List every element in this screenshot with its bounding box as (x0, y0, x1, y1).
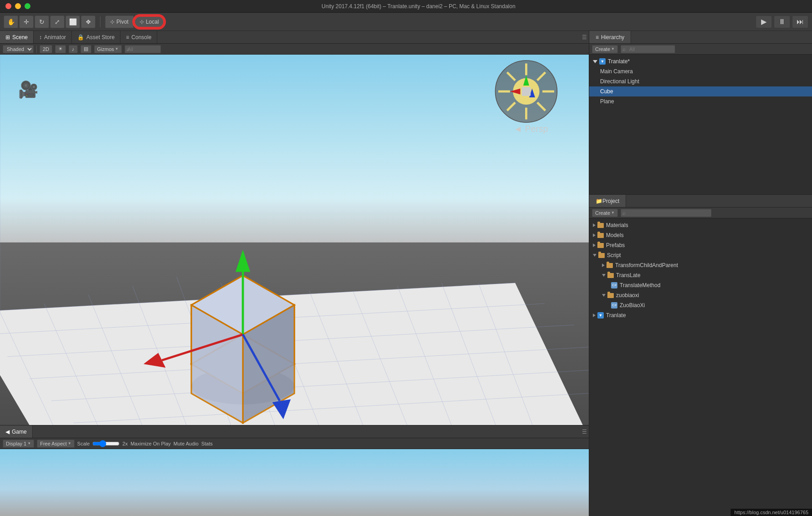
fx-button[interactable]: ▤ (80, 45, 91, 53)
rotate-tool[interactable]: ↻ (35, 15, 49, 28)
step-icon: ⏭ (797, 18, 804, 26)
transform-tools: ✋ ✛ ↻ ⤢ ⬜ ❖ (4, 15, 95, 28)
project-create-button[interactable]: Create ▼ (592, 209, 618, 217)
tab-game[interactable]: ◀ Game (0, 425, 33, 438)
minimize-button[interactable] (15, 3, 21, 9)
project-item[interactable]: Script (589, 250, 812, 260)
titlebar: Unity 2017.4.12f1 (64bit) – Tranlate.uni… (0, 0, 812, 13)
hierarchy-tab[interactable]: ≡ Hierarchy (589, 31, 631, 43)
hierarchy-item[interactable]: Plane (589, 96, 812, 106)
shading-dropdown[interactable]: Shaded (3, 45, 34, 53)
local-button[interactable]: ⊹ Local (134, 15, 165, 28)
folder-expand-icon[interactable] (602, 263, 605, 267)
scale-tool[interactable]: ⤢ (50, 15, 65, 28)
hierarchy-item-selected[interactable]: Cube (589, 86, 812, 96)
scene-tab-label: Scene (12, 34, 28, 40)
pivot-button[interactable]: ⊹ Pivot (105, 15, 134, 28)
2d-label: 2D (43, 46, 49, 52)
project-icon: 📁 (596, 198, 602, 204)
folder-expand-icon[interactable] (602, 294, 606, 297)
project-item-label: ZuoBiaoXi (620, 302, 645, 309)
folder-expand-icon[interactable] (602, 274, 606, 277)
script-icon: C# (611, 302, 617, 309)
project-item[interactable]: C# TranslateMethod (589, 280, 812, 290)
pivot-local-group: ⊹ Pivot ⊹ Local (105, 15, 165, 28)
project-item[interactable]: Materials (589, 220, 812, 230)
folder-expand-icon[interactable] (593, 243, 596, 247)
project-item-label: TransLate (616, 272, 641, 278)
pivot-label: Pivot (116, 19, 129, 25)
scale-label: Scale (77, 441, 90, 446)
tab-scene[interactable]: ⊞ Scene (0, 31, 34, 43)
move-tool[interactable]: ✛ (19, 15, 34, 28)
aspect-dropdown[interactable]: Free Aspect ▼ (37, 440, 75, 448)
folder-icon (597, 243, 604, 248)
scale-slider[interactable] (92, 440, 120, 447)
game-tab-label: Game (12, 429, 27, 435)
folder-expand-icon[interactable] (593, 223, 596, 227)
game-panel: ◀ Game ☰ Display 1 ▼ Free Aspect ▼ Scale… (0, 425, 589, 516)
tab-animator[interactable]: ↕ Animator (34, 31, 72, 43)
hierarchy-toolbar: Create ▼ (589, 44, 812, 55)
project-item-translate[interactable]: TransLate (589, 270, 812, 280)
project-create-arrow: ▼ (611, 211, 615, 215)
rect-tool[interactable]: ⬜ (65, 15, 80, 28)
project-item-label: Materials (606, 222, 628, 228)
scene-search-wrapper (125, 45, 161, 53)
svg-rect-49 (522, 87, 531, 96)
2d-button[interactable]: 2D (40, 45, 52, 53)
hierarchy-item-label: Plane (600, 98, 614, 105)
gizmos-button[interactable]: Gizmos ▼ (94, 45, 122, 53)
maximize-button[interactable] (25, 3, 30, 9)
project-item-label: Models (606, 232, 624, 238)
project-item[interactable]: TransformChildAndParent (589, 260, 812, 270)
close-button[interactable] (5, 3, 11, 9)
asset-store-tab-icon: 🔒 (77, 34, 84, 40)
svg-text:◄ Persp: ◄ Persp (514, 124, 548, 134)
folder-expand-icon[interactable] (593, 254, 596, 257)
tab-console[interactable]: ≡ Console (120, 31, 157, 43)
tab-menu-button[interactable]: ☰ (582, 34, 587, 40)
hand-tool[interactable]: ✋ (4, 15, 18, 28)
light-button[interactable]: ☀ (55, 45, 66, 53)
combined-tool[interactable]: ❖ (81, 15, 95, 28)
folder-expand-icon[interactable] (593, 233, 596, 237)
asset-store-tab-label: Asset Store (86, 34, 115, 40)
gizmos-arrow: ▼ (115, 47, 119, 51)
step-button[interactable]: ⏭ (792, 15, 808, 28)
project-search-input[interactable] (621, 209, 712, 217)
gizmos-label: Gizmos (97, 46, 114, 52)
play-button[interactable]: ▶ (756, 15, 772, 28)
project-create-label: Create (595, 210, 610, 216)
tab-asset-store[interactable]: 🔒 Asset Store (72, 31, 120, 43)
audio-button[interactable]: ♪ (69, 45, 78, 53)
project-item[interactable]: Prefabs (589, 240, 812, 250)
scene-expand-icon[interactable] (593, 314, 596, 317)
play-icon: ▶ (761, 17, 767, 26)
scene-tab-bar: ⊞ Scene ↕ Animator 🔒 Asset Store ≡ Conso… (0, 31, 589, 44)
local-label: Local (146, 19, 159, 25)
game-tab-menu[interactable]: ☰ (582, 429, 587, 435)
display-dropdown[interactable]: Display 1 ▼ (3, 440, 34, 448)
project-item[interactable]: Models (589, 230, 812, 240)
hierarchy-search-wrapper (621, 45, 675, 53)
display-label: Display 1 (6, 441, 26, 446)
hierarchy-item[interactable]: Main Camera (589, 66, 812, 76)
project-item-tranlate-scene[interactable]: ▼ Tranlate (589, 310, 812, 320)
hierarchy-item[interactable]: Directional Light (589, 76, 812, 86)
scale-value: 2x (122, 441, 128, 446)
project-item[interactable]: C# ZuoBiaoXi (589, 300, 812, 310)
hierarchy-create-button[interactable]: Create ▼ (592, 45, 618, 53)
project-tab[interactable]: 📁 Project (589, 195, 626, 207)
console-tab-label: Console (131, 34, 151, 40)
scene-viewport[interactable]: 🎥 (0, 55, 589, 425)
scene-search-input[interactable] (125, 45, 161, 53)
project-tab-label: Project (602, 198, 619, 204)
pause-button[interactable]: ⏸ (774, 15, 790, 28)
game-tab-icon: ◀ (5, 429, 10, 435)
toolbar-divider-1 (100, 16, 100, 27)
hierarchy-search-input[interactable] (621, 45, 675, 53)
hierarchy-item[interactable]: ▼ Tranlate* (589, 56, 812, 66)
project-item-label: zuobiaoxi (616, 292, 639, 298)
project-item[interactable]: zuobiaoxi (589, 290, 812, 300)
